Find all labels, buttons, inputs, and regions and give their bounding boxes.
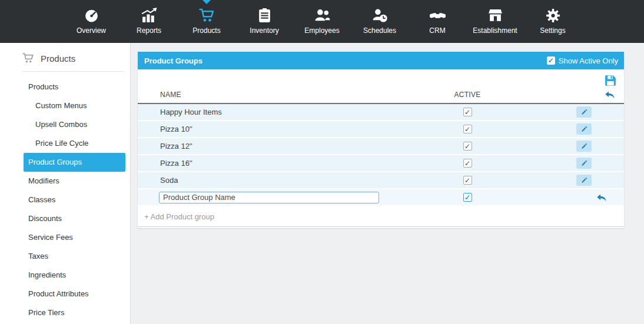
pencil-icon	[580, 126, 587, 133]
sidebar-item-discounts[interactable]: Discounts	[0, 209, 130, 228]
sidebar-item-ingredients[interactable]: Ingredients	[0, 266, 130, 285]
column-header-name: NAME	[138, 91, 420, 99]
nav-item-employees[interactable]: Employees	[293, 0, 351, 43]
cart-icon	[199, 6, 215, 24]
undo-button[interactable]	[596, 193, 606, 202]
nav-item-schedules[interactable]: Schedules	[351, 0, 409, 43]
table-row: Pizza 10'' ✓	[138, 121, 624, 138]
clipboard-icon	[257, 6, 273, 24]
sidebar-item-product-attributes[interactable]: Product Attributes	[0, 285, 130, 303]
show-active-only-checkbox[interactable]: ✓	[547, 56, 555, 65]
speedometer-icon	[84, 6, 99, 24]
show-active-only-label: Show Active Only	[559, 56, 618, 65]
sidebar-item-classes[interactable]: Classes	[0, 191, 130, 209]
sidebar: Products Products Custom Menus Upsell Co…	[0, 43, 131, 324]
edit-button[interactable]	[576, 123, 592, 135]
nav-item-establishment[interactable]: Establishment	[466, 0, 524, 43]
sidebar-item-custom-menus[interactable]: Custom Menus	[0, 96, 130, 115]
pencil-icon	[580, 109, 587, 116]
edit-button[interactable]	[576, 141, 592, 152]
undo-icon	[605, 91, 615, 99]
sidebar-item-price-tiers[interactable]: Price Tiers	[0, 303, 130, 322]
table-row: Happy Hour Items ✓	[138, 104, 624, 121]
sidebar-title: Products	[41, 54, 75, 64]
nav-item-settings[interactable]: Settings	[524, 0, 582, 43]
pencil-icon	[580, 160, 587, 167]
sidebar-header: Products	[0, 43, 130, 72]
table-row: Pizza 12'' ✓	[138, 138, 624, 155]
add-product-group-link[interactable]: + Add Product group	[144, 212, 214, 221]
nav-item-products[interactable]: Products	[178, 0, 235, 43]
nav-item-reports[interactable]: Reports	[120, 0, 178, 43]
bar-chart-icon	[141, 6, 157, 24]
add-row: + Add Product group	[138, 206, 624, 227]
sidebar-menu: Products Custom Menus Upsell Combos Pric…	[0, 78, 130, 322]
active-checkbox[interactable]: ✓	[463, 142, 472, 151]
product-group-name: Happy Hour Items	[138, 108, 420, 116]
panel-header: Product Groups ✓ Show Active Only	[138, 52, 624, 69]
active-checkbox[interactable]: ✓	[463, 176, 472, 185]
undo-button[interactable]	[605, 91, 615, 99]
nav-item-crm[interactable]: CRM	[409, 0, 466, 43]
handshake-icon	[430, 6, 446, 24]
undo-icon	[596, 193, 606, 202]
nav-label-crm: CRM	[429, 26, 445, 35]
nav-label-settings: Settings	[540, 26, 565, 35]
sidebar-item-modifiers[interactable]: Modifiers	[0, 172, 130, 191]
nav-item-inventory[interactable]: Inventory	[235, 0, 293, 43]
panel-title: Product Groups	[144, 56, 203, 65]
nav-label-inventory: Inventory	[250, 26, 278, 35]
edit-button[interactable]	[576, 175, 592, 186]
product-group-name-input[interactable]	[159, 192, 379, 203]
sidebar-item-taxes[interactable]: Taxes	[0, 247, 130, 266]
show-active-only-toggle[interactable]: ✓ Show Active Only	[547, 56, 618, 65]
edit-button[interactable]	[576, 158, 592, 169]
cart-icon	[22, 52, 34, 64]
top-navigation: Overview Reports Products Inventory Empl…	[0, 0, 644, 43]
new-active-checkbox[interactable]: ✓	[463, 193, 472, 202]
product-group-name: Pizza 10''	[138, 125, 420, 133]
sidebar-item-price-life-cycle[interactable]: Price Life Cycle	[0, 134, 130, 153]
gear-icon	[545, 6, 561, 24]
table-row: Soda ✓	[138, 172, 624, 189]
nav-label-overview: Overview	[77, 26, 106, 35]
sidebar-item-products[interactable]: Products	[0, 78, 130, 96]
sidebar-item-service-fees[interactable]: Service Fees	[0, 228, 130, 247]
edit-button[interactable]	[576, 106, 592, 118]
pencil-icon	[580, 143, 587, 150]
column-header-actions	[514, 91, 624, 99]
toolbar	[138, 69, 624, 86]
nav-item-overview[interactable]: Overview	[62, 0, 120, 43]
main-content: Product Groups ✓ Show Active Only NAME A…	[131, 43, 644, 324]
sidebar-item-product-groups[interactable]: Product Groups	[24, 153, 125, 172]
new-group-row: ✓	[138, 189, 624, 206]
person-clock-icon	[372, 6, 388, 24]
column-header-active: ACTIVE	[420, 91, 514, 99]
active-checkbox[interactable]: ✓	[463, 159, 472, 168]
table-header-row: NAME ACTIVE	[138, 86, 624, 104]
product-group-name: Soda	[138, 176, 420, 185]
people-icon	[314, 6, 330, 24]
active-checkbox[interactable]: ✓	[463, 108, 472, 116]
floppy-disk-icon	[605, 75, 616, 86]
product-groups-panel: Product Groups ✓ Show Active Only NAME A…	[138, 52, 624, 228]
nav-label-employees: Employees	[304, 26, 339, 35]
active-checkbox[interactable]: ✓	[463, 125, 472, 133]
nav-label-schedules: Schedules	[363, 26, 396, 35]
nav-label-establishment: Establishment	[473, 26, 517, 35]
product-group-name: Pizza 16''	[138, 159, 420, 168]
store-icon	[487, 6, 503, 24]
sidebar-item-upsell-combos[interactable]: Upsell Combos	[0, 115, 130, 134]
nav-label-products: Products	[192, 26, 220, 35]
nav-label-reports: Reports	[137, 26, 161, 35]
product-group-name: Pizza 12''	[138, 142, 420, 151]
pencil-icon	[580, 177, 587, 184]
table-row: Pizza 16'' ✓	[138, 155, 624, 172]
save-button[interactable]	[605, 75, 616, 86]
